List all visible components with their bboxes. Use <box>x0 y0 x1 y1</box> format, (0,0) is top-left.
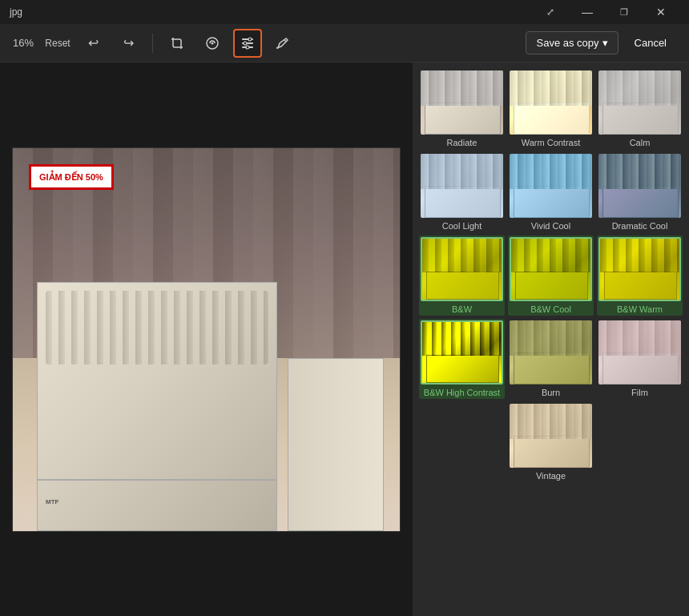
filter-label-dramatic-cool: Dramatic Cool <box>612 221 668 231</box>
adjust-icon <box>205 36 220 50</box>
filter-thumb-bw-cool <box>510 237 592 301</box>
filter-thumb-dramatic-cool <box>598 154 681 218</box>
filter-item-vintage[interactable]: Vintage <box>508 402 594 482</box>
filter-thumb-bw-high-contrast <box>421 320 503 384</box>
window-controls: ⤢ — ❐ ✕ <box>532 0 679 24</box>
filter-thumb-calm <box>598 70 681 135</box>
draw-icon <box>276 36 290 50</box>
draw-button[interactable] <box>268 29 297 58</box>
redo-icon: ↪ <box>123 35 134 50</box>
filter-label-bw: B&W <box>452 304 472 314</box>
filter-label-bw-cool: B&W Cool <box>530 304 571 314</box>
filter-item-dramatic-cool[interactable]: Dramatic Cool <box>597 152 683 232</box>
crop-icon <box>170 36 184 50</box>
filter-thumb-vintage <box>510 404 592 468</box>
minimize-icon: — <box>582 6 593 18</box>
svg-point-1 <box>212 42 214 44</box>
filter-item-vivid-cool[interactable]: Vivid Cool <box>508 152 594 232</box>
filter-item-radiate[interactable]: Radiate <box>419 69 505 149</box>
svg-point-5 <box>244 42 247 45</box>
window-title: jpg <box>10 6 22 18</box>
crop-button[interactable] <box>163 29 191 58</box>
reset-button[interactable]: Reset <box>43 29 72 58</box>
expand-icon: ⤢ <box>546 6 554 18</box>
filter-item-bw[interactable]: B&W <box>419 236 505 316</box>
close-button[interactable]: ✕ <box>643 0 679 24</box>
filter-item-warm-contrast[interactable]: Warm Contrast <box>508 69 594 149</box>
close-icon: ✕ <box>656 6 666 18</box>
filter-panel: Radiate Warm Contrast <box>413 62 689 616</box>
cancel-label: Cancel <box>635 37 667 49</box>
filter-thumb-warm-contrast <box>510 70 592 135</box>
minimize-button[interactable]: — <box>569 0 606 24</box>
filter-thumb-film <box>598 320 681 384</box>
restore-button[interactable]: ❐ <box>606 0 643 24</box>
reset-label: Reset <box>45 38 70 49</box>
filter-thumb-radiate <box>421 70 503 135</box>
svg-point-7 <box>246 46 249 49</box>
toolbar-separator <box>152 34 153 53</box>
undo-button[interactable]: ↩ <box>79 29 107 58</box>
sale-sign: GIẢM ĐẾN 50% <box>29 164 114 190</box>
filter-label-bw-warm: B&W Warm <box>617 304 663 314</box>
filter-item-bw-high-contrast[interactable]: B&W High Contrast <box>419 319 505 399</box>
filter-label-vintage: Vintage <box>536 471 566 481</box>
filter-icon <box>240 36 255 50</box>
filter-label-radiate: Radiate <box>447 138 477 147</box>
undo-icon: ↩ <box>88 35 99 50</box>
main-photo: GIẢM ĐẾN 50% MTF <box>12 147 401 532</box>
filter-grid: Radiate Warm Contrast <box>419 69 683 482</box>
filter-thumb-bw <box>421 237 503 301</box>
filter-item-bw-warm[interactable]: B&W Warm <box>597 236 683 316</box>
toolbar: 16% Reset ↩ ↪ <box>0 24 689 62</box>
save-as-copy-button[interactable]: Save as copy ▾ <box>526 31 618 54</box>
save-as-copy-label: Save as copy <box>536 37 598 49</box>
filter-label-burn: Burn <box>542 388 560 397</box>
expand-button[interactable]: ⤢ <box>532 0 569 24</box>
svg-point-6 <box>248 38 252 41</box>
filter-thumb-cool-light <box>421 154 503 218</box>
filter-label-film: Film <box>631 388 648 397</box>
restore-icon: ❐ <box>620 7 628 18</box>
zoom-level: 16% <box>13 37 37 49</box>
filter-item-cool-light[interactable]: Cool Light <box>419 152 505 232</box>
main-content: GIẢM ĐẾN 50% MTF <box>0 62 689 616</box>
redo-button[interactable]: ↪ <box>114 29 143 58</box>
filter-label-cool-light: Cool Light <box>442 221 482 231</box>
filter-thumb-vivid-cool <box>510 154 592 218</box>
filter-item-film[interactable]: Film <box>597 319 683 399</box>
filter-label-warm-contrast: Warm Contrast <box>522 138 581 147</box>
filter-item-calm[interactable]: Calm <box>597 69 683 149</box>
filter-thumb-bw-warm <box>598 237 681 301</box>
filter-button[interactable] <box>233 29 262 58</box>
cancel-button[interactable]: Cancel <box>625 32 676 54</box>
filter-label-bw-high-contrast: B&W High Contrast <box>424 388 500 397</box>
filter-label-vivid-cool: Vivid Cool <box>531 221 570 231</box>
filter-item-bw-cool[interactable]: B&W Cool <box>508 236 594 316</box>
filter-item-burn[interactable]: Burn <box>508 319 594 399</box>
title-bar: jpg ⤢ — ❐ ✕ <box>0 0 689 24</box>
image-area: GIẢM ĐẾN 50% MTF <box>0 62 413 616</box>
adjust-button[interactable] <box>198 29 227 58</box>
filter-label-calm: Calm <box>630 138 651 147</box>
filter-thumb-burn <box>510 320 592 384</box>
dropdown-icon: ▾ <box>602 37 608 49</box>
